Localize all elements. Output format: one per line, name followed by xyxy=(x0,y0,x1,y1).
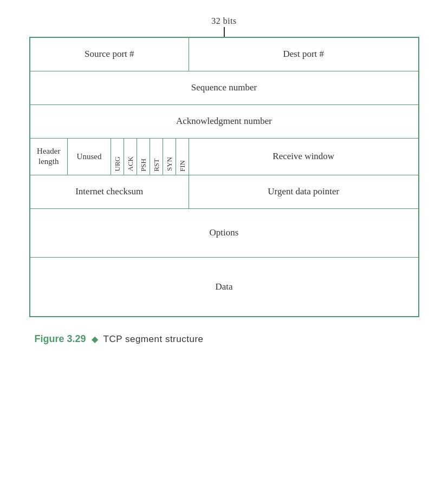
cell-acknowledgment-number: Acknowledgment number xyxy=(30,104,419,138)
cell-source-port: Source port # xyxy=(30,37,189,71)
flag-syn-text: SYN xyxy=(165,157,174,171)
cell-header-length: Headerlength xyxy=(30,138,68,175)
figure-title: TCP segment structure xyxy=(103,334,204,345)
flag-rst-text: RST xyxy=(152,159,161,172)
cell-options: Options xyxy=(30,208,419,257)
diagram-wrapper: 32 bits Source port # Dest port # Sequen… xyxy=(29,16,419,345)
bits-line xyxy=(224,27,225,37)
flag-ack-text: ACK xyxy=(126,156,135,171)
row-sequence: Sequence number xyxy=(30,71,419,104)
cell-flag-syn: SYN xyxy=(163,138,176,175)
flag-fin-text: FIN xyxy=(178,160,187,172)
cell-urgent-data-pointer: Urgent data pointer xyxy=(189,175,419,208)
cell-flag-fin: FIN xyxy=(176,138,189,175)
row-source-dest: Source port # Dest port # xyxy=(30,37,419,71)
cell-receive-window: Receive window xyxy=(189,138,419,175)
figure-label: Figure 3.29 xyxy=(35,333,86,345)
row-flags: Headerlength Unused URG ACK PSH RST SYN … xyxy=(30,138,419,175)
cell-flag-psh: PSH xyxy=(137,138,150,175)
bits-line-row xyxy=(29,27,419,37)
bits-label: 32 bits xyxy=(211,16,237,26)
cell-data: Data xyxy=(30,257,419,317)
flag-psh-text: PSH xyxy=(139,159,148,172)
cell-internet-checksum: Internet checksum xyxy=(30,175,189,208)
cell-unused: Unused xyxy=(68,138,111,175)
row-options: Options xyxy=(30,208,419,257)
cell-dest-port: Dest port # xyxy=(189,37,419,71)
cell-flag-urg: URG xyxy=(111,138,124,175)
flag-urg-text: URG xyxy=(113,156,122,171)
cell-flag-ack: ACK xyxy=(124,138,137,175)
row-acknowledgment: Acknowledgment number xyxy=(30,104,419,138)
row-checksum: Internet checksum Urgent data pointer xyxy=(30,175,419,208)
bits-label-row: 32 bits xyxy=(29,16,419,26)
tcp-table: Source port # Dest port # Sequence numbe… xyxy=(29,37,419,317)
cell-sequence-number: Sequence number xyxy=(30,71,419,104)
cell-flag-rst: RST xyxy=(150,138,163,175)
figure-caption: Figure 3.29 ◆ TCP segment structure xyxy=(35,333,204,345)
row-data: Data xyxy=(30,257,419,317)
figure-diamond-icon: ◆ xyxy=(92,334,98,344)
